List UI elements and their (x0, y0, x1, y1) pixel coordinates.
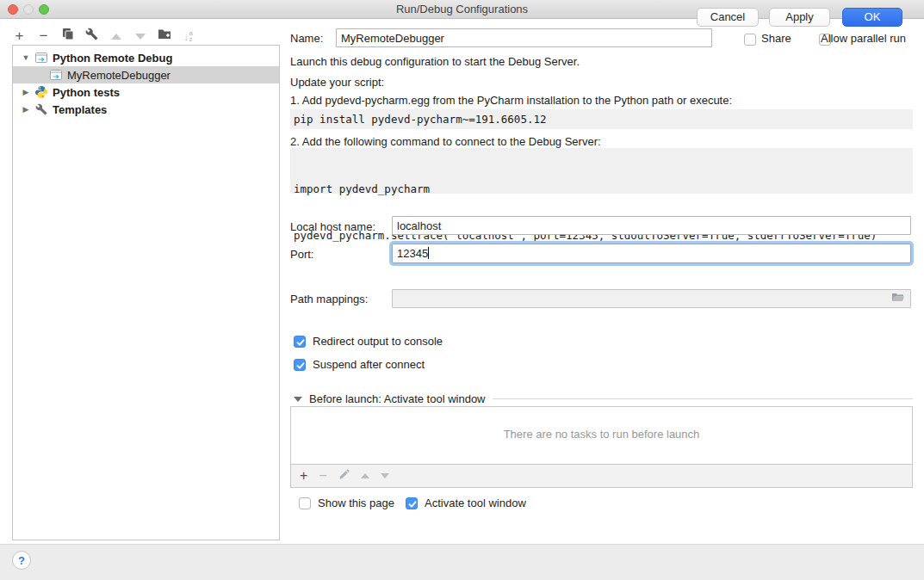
path-mappings-field[interactable] (392, 289, 911, 308)
sort-alpha-icon: ↓ az (183, 30, 193, 43)
copy-configuration-button[interactable] (60, 28, 75, 44)
before-launch-tasks-list[interactable]: There are no tasks to run before launch (290, 406, 913, 465)
share-checkbox[interactable] (744, 34, 756, 46)
tree-item-label: Python Remote Debug (53, 52, 172, 65)
tree-item-python-tests[interactable]: ▶ Python tests (13, 83, 279, 101)
instruction-line-2: Update your script: (290, 76, 384, 89)
port-input[interactable]: 12345 (392, 244, 911, 263)
folder-add-icon (158, 28, 171, 45)
edit-templates-button[interactable] (84, 28, 99, 44)
suspend-after-connect-row: Suspend after connect (294, 358, 425, 371)
minus-icon: − (319, 468, 326, 484)
apply-button[interactable]: Apply (769, 8, 830, 27)
port-label: Port: (290, 248, 313, 261)
show-this-page-row: Show this page (299, 497, 394, 509)
path-mappings-label: Path mappings: (290, 293, 368, 305)
move-down-button[interactable] (133, 28, 147, 44)
add-task-button[interactable]: + (300, 468, 307, 484)
tree-item-python-remote-debug[interactable]: ▼ Python Remote Debug (13, 49, 279, 66)
tasks-empty-text: There are no tasks to run before launch (291, 407, 912, 441)
ok-button[interactable]: OK (842, 8, 902, 27)
activate-tool-window-label: Activate tool window (425, 497, 526, 509)
add-configuration-button[interactable]: + (12, 28, 27, 44)
name-input[interactable] (336, 28, 712, 47)
port-value: 12345 (397, 247, 428, 260)
remote-debug-icon (49, 68, 63, 82)
chevron-right-icon[interactable]: ▶ (21, 88, 31, 96)
wrench-icon (85, 28, 98, 45)
suspend-after-connect-label: Suspend after connect (313, 358, 425, 371)
chevron-down-icon[interactable]: ▼ (21, 53, 31, 62)
text-caret (428, 247, 429, 259)
arrow-up-icon (361, 473, 369, 478)
allow-parallel-run-label: Allow parallel run (821, 32, 906, 45)
arrow-down-icon (381, 473, 389, 478)
chevron-right-icon[interactable]: ▶ (21, 105, 31, 114)
move-up-button[interactable] (109, 28, 123, 44)
suspend-after-connect-checkbox[interactable] (294, 359, 306, 371)
redirect-output-row: Redirect output to console (294, 335, 443, 348)
share-label: Share (761, 32, 791, 45)
move-task-down-button[interactable] (381, 473, 389, 478)
arrow-up-icon (111, 34, 121, 40)
pencil-icon (338, 468, 350, 484)
edit-task-button[interactable] (338, 468, 350, 484)
show-this-page-checkbox[interactable] (299, 497, 311, 509)
cancel-button[interactable]: Cancel (697, 8, 759, 27)
plus-icon: + (300, 468, 307, 484)
tree-item-myremotedebugger[interactable]: MyRemoteDebugger (13, 66, 279, 83)
settrace-code-line-1: import pydevd_pycharm (294, 182, 909, 197)
section-separator (493, 398, 913, 399)
activate-tool-window-checkbox[interactable] (406, 497, 418, 509)
redirect-output-checkbox[interactable] (294, 336, 306, 348)
plus-icon: + (16, 28, 24, 45)
before-launch-header[interactable]: Before launch: Activate tool window (294, 392, 913, 405)
instruction-line-1: Launch this debug configuration to start… (290, 55, 580, 68)
copy-icon (62, 28, 74, 45)
remote-debug-icon (34, 51, 48, 65)
before-launch-title: Before launch: Activate tool window (309, 392, 486, 405)
new-folder-button[interactable] (157, 28, 171, 44)
move-task-up-button[interactable] (361, 473, 369, 478)
name-label: Name: (290, 32, 323, 45)
help-button[interactable]: ? (12, 551, 31, 570)
instruction-step-2: 2. Add the following command to connect … (290, 135, 601, 148)
dialog-footer (0, 544, 924, 580)
wrench-icon (34, 102, 48, 116)
python-icon (34, 85, 48, 99)
show-this-page-label: Show this page (318, 497, 394, 509)
tree-item-label: Python tests (53, 86, 120, 99)
question-mark-icon: ? (18, 554, 25, 567)
configurations-toolbar: + − ↓ az (12, 26, 195, 46)
chevron-down-icon[interactable] (294, 397, 302, 402)
tree-item-label: MyRemoteDebugger (67, 69, 171, 82)
pip-install-code: pip install pydevd-pycharm~=191.6605.12 (290, 109, 913, 129)
activate-tool-window-row: Activate tool window (406, 497, 526, 509)
local-host-label: Local host name: (290, 220, 375, 233)
settrace-code: import pydevd_pycharm pydevd_pycharm.set… (290, 148, 913, 194)
sort-configurations-button[interactable]: ↓ az (181, 28, 195, 44)
minus-icon: − (40, 28, 48, 45)
configurations-tree: ▼ Python Remote Debug MyRemoteDebugger ▶… (12, 45, 280, 540)
remove-configuration-button[interactable]: − (36, 28, 51, 44)
redirect-output-label: Redirect output to console (313, 335, 443, 348)
tree-item-templates[interactable]: ▶ Templates (13, 101, 279, 118)
tree-item-label: Templates (53, 103, 107, 116)
local-host-input[interactable] (392, 216, 911, 235)
tasks-toolbar: + − (290, 465, 913, 488)
remove-task-button[interactable]: − (319, 468, 326, 484)
arrow-down-icon (135, 34, 146, 40)
instruction-step-1: 1. Add pydevd-pycharm.egg from the PyCha… (290, 94, 732, 107)
folder-open-icon[interactable] (891, 292, 905, 305)
